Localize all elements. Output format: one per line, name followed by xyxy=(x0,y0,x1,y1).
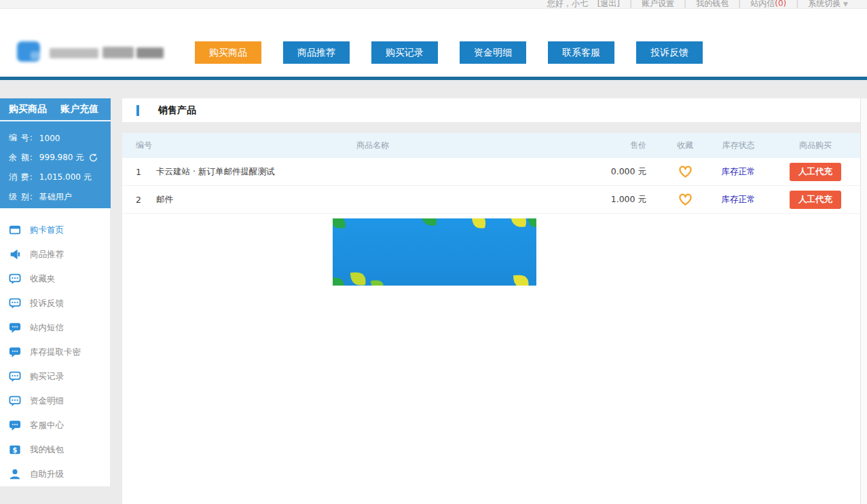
user-greeting: 您好，小七 xyxy=(547,0,588,9)
refresh-balance-icon[interactable] xyxy=(88,153,98,163)
chat-bubble-icon xyxy=(9,297,21,309)
product-name: 邮件 xyxy=(156,194,589,206)
nav-funds-detail-button[interactable]: 资金明细 xyxy=(460,41,526,64)
products-table: 编号 商品名称 售价 收藏 库存状态 商品购买 1 卡云建站 · 新订单邮件提醒… xyxy=(122,133,860,504)
account-id-row: 编 号: 1000 xyxy=(9,128,111,148)
sidebar-item-my-wallet[interactable]: 我的钱包 xyxy=(0,438,110,462)
sidebar-item-purchase-history[interactable]: 购买记录 xyxy=(0,364,110,389)
account-id-value: 1000 xyxy=(39,134,60,143)
table-header-row: 编号 商品名称 售价 收藏 库存状态 商品购买 xyxy=(122,133,860,158)
manual-recharge-button[interactable]: 人工代充 xyxy=(790,191,841,209)
level-row: 级 别: 基础用户 xyxy=(9,187,111,207)
chat-solid-icon xyxy=(9,346,21,358)
title-accent-bar xyxy=(136,105,139,116)
chat-bubble-icon xyxy=(9,273,21,285)
spent-value: 1,015.000 元 xyxy=(39,172,92,183)
scrollbar-track[interactable] xyxy=(860,98,867,504)
favorite-heart-icon[interactable] xyxy=(678,166,693,178)
system-switch-dropdown[interactable]: 系统切换 ▼ xyxy=(808,0,848,9)
favorite-heart-icon[interactable] xyxy=(678,193,693,206)
header-price: 售价 xyxy=(589,140,664,151)
product-no: 2 xyxy=(122,195,156,205)
account-settings-link[interactable]: 账户设置 xyxy=(642,0,674,9)
divider: | xyxy=(684,0,686,9)
account-panel: 购买商品 账户充值 编 号: 1000 余 额: 999.980 元 消 费: … xyxy=(0,98,111,215)
logout-link[interactable]: [退出] xyxy=(597,0,620,9)
product-price: 1.000 元 xyxy=(589,194,664,206)
sidebar-menu: 购卡首页 商品推荐 收藏夹 投诉反馈 站内短信 库存提取卡密 购买记录 资金明细… xyxy=(0,208,111,486)
nav-recommended-button[interactable]: 商品推荐 xyxy=(283,41,350,64)
sidebar-item-funds-detail[interactable]: 资金明细 xyxy=(0,389,110,413)
account-panel-tabs: 购买商品 账户充值 xyxy=(0,98,111,121)
sidebar-item-self-upgrade[interactable]: 自助升级 xyxy=(0,462,110,486)
site-logo xyxy=(17,34,173,62)
sidebar-item-favorites[interactable]: 收藏夹 xyxy=(0,267,110,291)
top-utility-bar: 您好，小七 [退出] | 账户设置 | 我的钱包 | 站内信(0) | 系统切换… xyxy=(0,0,867,9)
manual-recharge-button[interactable]: 人工代充 xyxy=(790,163,841,181)
promo-banner-image[interactable] xyxy=(333,218,536,286)
megaphone-icon xyxy=(9,248,21,260)
header-divider xyxy=(0,77,867,80)
table-row: 1 卡云建站 · 新订单邮件提醒测试 0.000 元 库存正常 人工代充 xyxy=(122,158,860,186)
inbox-link[interactable]: 站内信(0) xyxy=(750,0,786,9)
chevron-down-icon: ▼ xyxy=(843,1,848,7)
sidebar-item-recommended[interactable]: 商品推荐 xyxy=(0,242,110,267)
nav-buy-products-button[interactable]: 购买商品 xyxy=(195,41,261,64)
my-wallet-link[interactable]: 我的钱包 xyxy=(696,0,728,9)
sidebar-item-feedback[interactable]: 投诉反馈 xyxy=(0,291,110,315)
chat-bubble-icon xyxy=(9,395,21,407)
main-nav: 购买商品 商品推荐 购买记录 资金明细 联系客服 投诉反馈 xyxy=(195,41,724,64)
product-no: 1 xyxy=(122,167,156,177)
header-stock: 库存状态 xyxy=(706,140,771,151)
wallet-icon xyxy=(9,444,21,456)
level-value: 基础用户 xyxy=(39,191,72,203)
section-title-bar: 销售产品 xyxy=(122,98,860,122)
person-icon xyxy=(9,468,21,480)
chat-solid-icon xyxy=(9,419,21,431)
header-name: 商品名称 xyxy=(156,140,589,151)
table-row: 2 邮件 1.000 元 库存正常 人工代充 xyxy=(122,186,860,214)
account-summary: 编 号: 1000 余 额: 999.980 元 消 费: 1,015.000 … xyxy=(0,121,111,215)
tab-account-recharge[interactable]: 账户充值 xyxy=(60,103,98,115)
balance-value: 999.980 元 xyxy=(39,152,84,163)
inbox-count-badge: (0) xyxy=(775,0,786,8)
header-no: 编号 xyxy=(122,140,156,151)
header-favorite: 收藏 xyxy=(664,140,706,151)
header-purchase: 商品购买 xyxy=(771,140,860,151)
sidebar-item-site-messages[interactable]: 站内短信 xyxy=(0,315,110,340)
stock-status-link[interactable]: 库存正常 xyxy=(722,194,756,204)
tab-buy-products[interactable]: 购买商品 xyxy=(9,103,47,115)
sidebar-item-stock-card-keys[interactable]: 库存提取卡密 xyxy=(0,340,110,364)
divider: | xyxy=(738,0,741,9)
spent-row: 消 费: 1,015.000 元 xyxy=(9,168,111,187)
divider: | xyxy=(629,0,632,9)
card-icon xyxy=(9,224,21,236)
sidebar-item-support-center[interactable]: 客服中心 xyxy=(0,413,110,438)
stock-status-link[interactable]: 库存正常 xyxy=(722,166,756,176)
nav-feedback-button[interactable]: 投诉反馈 xyxy=(636,41,703,64)
nav-contact-support-button[interactable]: 联系客服 xyxy=(548,41,614,64)
balance-row: 余 额: 999.980 元 xyxy=(9,148,111,168)
nav-purchase-history-button[interactable]: 购买记录 xyxy=(371,41,438,64)
chat-bubble-icon xyxy=(9,370,21,383)
site-header: 购买商品 商品推荐 购买记录 资金明细 联系客服 投诉反馈 xyxy=(0,9,867,77)
chat-solid-icon xyxy=(9,322,21,334)
product-name: 卡云建站 · 新订单邮件提醒测试 xyxy=(156,166,589,178)
divider: | xyxy=(796,0,798,9)
product-price: 0.000 元 xyxy=(589,166,664,178)
sidebar-item-card-home[interactable]: 购卡首页 xyxy=(0,218,110,242)
page-title: 销售产品 xyxy=(158,104,196,117)
